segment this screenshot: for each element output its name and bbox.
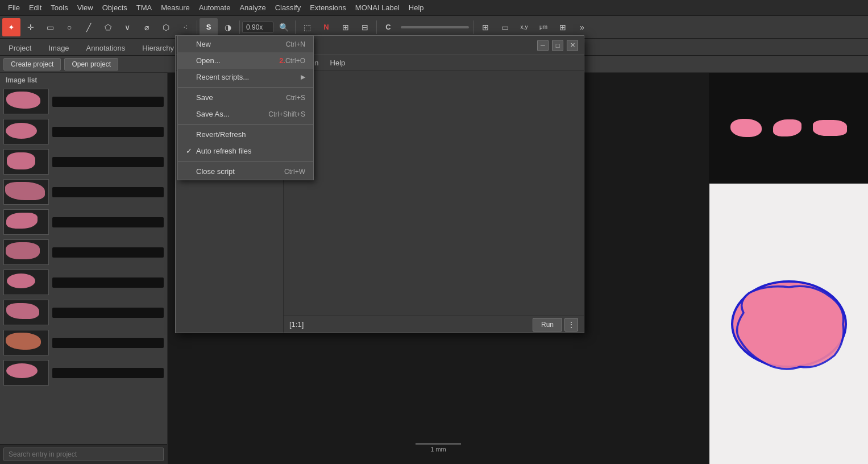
new-label: New [196, 40, 286, 48]
check-save [186, 93, 195, 102]
top-menubar: File Edit Tools View Objects TMA Measure… [0, 0, 868, 16]
more-toolbar-btn[interactable]: » [573, 18, 591, 36]
list-item[interactable] [0, 147, 167, 177]
check-open [186, 56, 195, 65]
recent-label: Recent scripts... [196, 73, 301, 81]
label-8 [52, 308, 164, 318]
tissue-svg [721, 267, 857, 381]
overview-btn[interactable]: ⬚ [298, 18, 316, 36]
label-4 [52, 187, 164, 197]
more-options-btn[interactable]: ⋮ [564, 318, 578, 332]
open-project-btn[interactable]: Open project [64, 58, 118, 71]
thumb-4 [3, 179, 49, 205]
separator-2 [239, 20, 240, 34]
menu-classify[interactable]: Classify [271, 2, 306, 14]
label-10 [52, 368, 164, 378]
separator-5 [474, 20, 474, 34]
list-item[interactable] [0, 86, 167, 117]
menu-save[interactable]: Save Ctrl+S [178, 89, 313, 106]
rect-btn[interactable]: ▭ [41, 18, 59, 36]
dialog-menu-help[interactable]: Help [325, 57, 351, 69]
label-3 [52, 157, 164, 167]
menu-view[interactable]: View [73, 2, 98, 14]
micrometer-btn[interactable]: μm [534, 18, 553, 36]
line-btn[interactable]: ╱ [80, 18, 98, 36]
menu-monai[interactable]: MONAI Label [351, 2, 404, 14]
menu-open[interactable]: Open... 2. Ctrl+O [178, 52, 313, 69]
menu-autorefresh[interactable]: ✓ Auto refresh files [178, 143, 313, 159]
table-btn[interactable]: ⊞ [476, 18, 495, 36]
save-shortcut: Ctrl+S [286, 94, 305, 102]
list-item[interactable] [0, 117, 167, 147]
label-5 [52, 217, 164, 227]
run-button[interactable]: Run [533, 318, 562, 332]
polyline-btn[interactable]: ∨ [118, 18, 136, 36]
close-label: Close script [196, 167, 284, 176]
opacity-slider[interactable] [401, 26, 469, 28]
menu-edit[interactable]: Edit [24, 2, 46, 14]
points-btn[interactable]: ⁖ [176, 18, 194, 36]
brightness-btn[interactable]: ◑ [219, 18, 237, 36]
file-dropdown: New Ctrl+N Open... 2. Ctrl+O Recent scri… [177, 35, 314, 180]
list-item[interactable] [0, 177, 167, 207]
menu-file[interactable]: File [3, 2, 24, 14]
menu-automate[interactable]: Automate [194, 2, 235, 14]
ellipse-btn[interactable]: ○ [60, 18, 78, 36]
open-label: Open... [196, 56, 276, 65]
move-btn[interactable]: ✛ [22, 18, 40, 36]
grid2-btn[interactable]: ⊞ [554, 18, 572, 36]
close-btn[interactable]: ✕ [567, 40, 578, 51]
list-item[interactable] [0, 267, 167, 297]
list-item[interactable] [0, 328, 167, 358]
mini-thumb-1 [730, 119, 762, 137]
menu-extensions[interactable]: Extensions [305, 2, 351, 14]
saveas-shortcut: Ctrl+Shift+S [268, 110, 305, 118]
dialog-editor-area[interactable] [284, 71, 584, 316]
check-saveas [186, 110, 195, 118]
autorefresh-label: Auto refresh files [196, 147, 305, 155]
menu-recent[interactable]: Recent scripts... ▶ [178, 69, 313, 85]
scale-bar-label: 1 mm [430, 446, 446, 453]
list-item[interactable] [0, 207, 167, 237]
maximize-btn[interactable]: □ [552, 40, 563, 51]
scale-bar-line [416, 443, 461, 445]
cursor-position: [1:1] [289, 320, 304, 329]
list-item[interactable] [0, 237, 167, 267]
menu-revert[interactable]: Revert/Refresh [178, 126, 313, 143]
search-input[interactable] [3, 448, 164, 461]
create-project-btn[interactable]: Create project [3, 58, 61, 71]
thumb-7 [3, 270, 49, 295]
revert-label: Revert/Refresh [196, 130, 305, 139]
grid-btn[interactable]: ⊞ [337, 18, 355, 36]
tab-annotations[interactable]: Annotations [78, 40, 134, 55]
menu-help[interactable]: Help [404, 2, 429, 14]
list-item[interactable] [0, 358, 167, 388]
minimize-btn[interactable]: ─ [537, 40, 549, 51]
menu-tma[interactable]: TMA [132, 2, 156, 14]
split-btn[interactable]: ⊟ [356, 18, 374, 36]
menu-objects[interactable]: Objects [98, 2, 132, 14]
label-6 [52, 247, 164, 258]
c-btn[interactable]: C [379, 18, 397, 36]
xy-btn[interactable]: x,y [515, 18, 533, 36]
menu-saveas[interactable]: Save As... Ctrl+Shift+S [178, 106, 313, 122]
ruler-btn[interactable]: ▭ [496, 18, 514, 36]
menu-close[interactable]: Close script Ctrl+W [178, 163, 313, 180]
s-btn[interactable]: S [200, 18, 218, 36]
list-item[interactable] [0, 297, 167, 328]
label-2 [52, 127, 164, 137]
n-btn[interactable]: N [317, 18, 335, 36]
wand-btn[interactable]: ⬡ [157, 18, 175, 36]
menu-new[interactable]: New Ctrl+N [178, 36, 313, 52]
sep-3 [178, 161, 313, 161]
brush-btn[interactable]: ⌀ [138, 18, 156, 36]
pointer-tool-btn[interactable]: ✦ [2, 18, 20, 36]
tab-image[interactable]: Image [40, 40, 77, 55]
new-shortcut: Ctrl+N [286, 40, 305, 48]
zoom-btn[interactable]: 🔍 [275, 18, 293, 36]
polygon-btn[interactable]: ⬠ [99, 18, 117, 36]
menu-analyze[interactable]: Analyze [235, 2, 270, 14]
menu-measure[interactable]: Measure [156, 2, 194, 14]
menu-tools[interactable]: Tools [46, 2, 72, 14]
tab-project[interactable]: Project [0, 40, 40, 55]
